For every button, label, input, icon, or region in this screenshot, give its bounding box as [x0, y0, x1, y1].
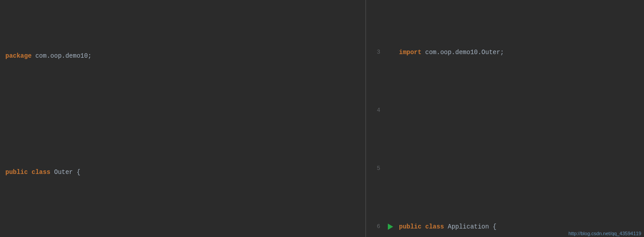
right-code-area: 3 import com.oop.demo10.Outer; 4 5 6 pub…	[366, 0, 644, 237]
code-line-package: package com.oop.demo10;	[4, 50, 366, 62]
footer-url: http://blog.csdn.net/qq_43594119	[569, 231, 641, 236]
code-line-blank2	[4, 224, 366, 236]
left-editor-pane: package com.oop.demo10; public class Out…	[0, 0, 366, 237]
code-line-blank1	[4, 108, 366, 120]
code-line-class-outer: public class Outer {	[4, 166, 366, 178]
run-arrow-6	[388, 224, 393, 230]
left-code-area: package com.oop.demo10; public class Out…	[0, 0, 366, 237]
right-editor-pane: 3 import com.oop.demo10.Outer; 4 5 6 pub…	[366, 0, 644, 237]
right-line-4: 4	[366, 105, 644, 116]
right-line-5: 5	[366, 163, 644, 174]
right-line-3: 3 import com.oop.demo10.Outer;	[366, 47, 644, 58]
